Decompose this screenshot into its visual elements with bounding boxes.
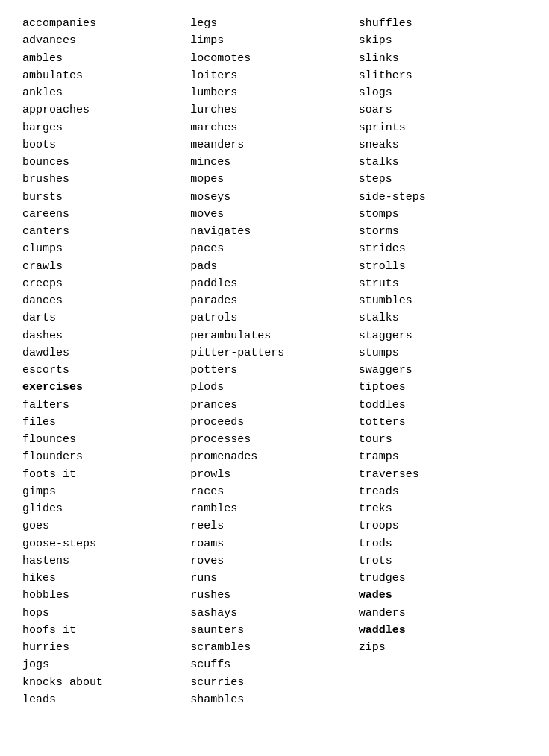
word-item: dances — [22, 292, 190, 309]
word-item: moves — [190, 206, 358, 223]
word-item: trods — [359, 535, 527, 552]
word-item: zips — [359, 639, 527, 656]
word-item: files — [22, 414, 190, 431]
word-item: races — [190, 483, 358, 500]
word-item: strides — [359, 240, 527, 257]
column-col2: legslimpslocomotesloiterslumberslurchesm… — [190, 15, 358, 708]
word-item: patrols — [190, 309, 358, 327]
word-item: bounces — [22, 154, 190, 171]
word-item: pitter-patters — [190, 344, 358, 362]
word-item: dashes — [22, 327, 190, 344]
word-item: stumps — [359, 344, 527, 362]
word-item: tramps — [359, 448, 527, 465]
word-item: potters — [190, 362, 358, 379]
word-item: perambulates — [190, 327, 358, 344]
word-item: treads — [359, 483, 527, 500]
word-item: treks — [359, 500, 527, 517]
word-item: slogs — [359, 84, 527, 101]
word-item: clumps — [22, 240, 190, 257]
word-item: sashays — [190, 605, 358, 622]
word-item: careens — [22, 206, 190, 223]
word-item: prances — [190, 397, 358, 414]
word-item: mopes — [190, 171, 358, 188]
word-item: swaggers — [359, 362, 527, 379]
word-item: steps — [359, 171, 527, 188]
word-item: advances — [22, 32, 190, 49]
word-item: wanders — [359, 605, 527, 622]
word-item: accompanies — [22, 15, 190, 32]
word-item: ankles — [22, 84, 190, 101]
word-item: barges — [22, 119, 190, 136]
word-item: limps — [190, 32, 358, 49]
word-item: saunters — [190, 622, 358, 639]
word-item: slithers — [359, 67, 527, 84]
word-item: ambulates — [22, 67, 190, 84]
word-item: proceeds — [190, 414, 358, 431]
word-item: falters — [22, 397, 190, 414]
word-item: jogs — [22, 656, 190, 673]
word-item: strolls — [359, 258, 527, 275]
word-item: meanders — [190, 136, 358, 154]
word-item: hurries — [22, 639, 190, 656]
word-item: brushes — [22, 171, 190, 188]
word-item: staggers — [359, 327, 527, 344]
word-item: darts — [22, 309, 190, 327]
word-item: gimps — [22, 483, 190, 500]
word-item: locomotes — [190, 50, 358, 67]
word-item: skips — [359, 32, 527, 49]
word-item: processes — [190, 431, 358, 448]
word-item: tiptoes — [359, 379, 527, 396]
word-item: minces — [190, 154, 358, 171]
word-item: leads — [22, 691, 190, 708]
word-item: canters — [22, 223, 190, 240]
word-item: flounces — [22, 431, 190, 448]
word-item: scuffs — [190, 656, 358, 673]
word-item: flounders — [22, 448, 190, 465]
word-item: parades — [190, 292, 358, 309]
word-item: runs — [190, 570, 358, 587]
word-item: traverses — [359, 466, 527, 483]
word-item: struts — [359, 275, 527, 292]
word-item: rushes — [190, 587, 358, 604]
word-item: wades — [359, 587, 527, 604]
word-item: waddles — [359, 622, 527, 639]
column-col1: accompaniesadvancesamblesambulatesankles… — [22, 15, 190, 708]
word-item: legs — [190, 15, 358, 32]
word-item: lumbers — [190, 84, 358, 101]
word-list-container: accompaniesadvancesamblesambulatesankles… — [22, 15, 527, 708]
word-item: stomps — [359, 206, 527, 223]
word-item: scrambles — [190, 639, 358, 656]
word-item: knocks about — [22, 674, 190, 691]
word-item: tours — [359, 431, 527, 448]
word-item: storms — [359, 223, 527, 240]
word-item: foots it — [22, 466, 190, 483]
word-item: scurries — [190, 674, 358, 691]
word-item: dawdles — [22, 344, 190, 362]
word-item: reels — [190, 517, 358, 535]
word-item: creeps — [22, 275, 190, 292]
word-item: glides — [22, 500, 190, 517]
word-item: navigates — [190, 223, 358, 240]
word-item: plods — [190, 379, 358, 396]
word-item: moseys — [190, 189, 358, 206]
word-item: paces — [190, 240, 358, 257]
word-item: stalks — [359, 154, 527, 171]
word-item: trudges — [359, 570, 527, 587]
word-item: hops — [22, 605, 190, 622]
word-item: hastens — [22, 552, 190, 570]
word-item: ambles — [22, 50, 190, 67]
word-item: prowls — [190, 466, 358, 483]
word-item: goes — [22, 517, 190, 535]
word-item: boots — [22, 136, 190, 154]
word-item: trots — [359, 552, 527, 570]
word-item: roves — [190, 552, 358, 570]
word-item: bursts — [22, 189, 190, 206]
word-item: side-steps — [359, 189, 527, 206]
word-item: toddles — [359, 397, 527, 414]
word-item: escorts — [22, 362, 190, 379]
word-item: hikes — [22, 570, 190, 587]
word-item: shuffles — [359, 15, 527, 32]
word-item: lurches — [190, 101, 358, 119]
word-item: paddles — [190, 275, 358, 292]
word-item: sprints — [359, 119, 527, 136]
